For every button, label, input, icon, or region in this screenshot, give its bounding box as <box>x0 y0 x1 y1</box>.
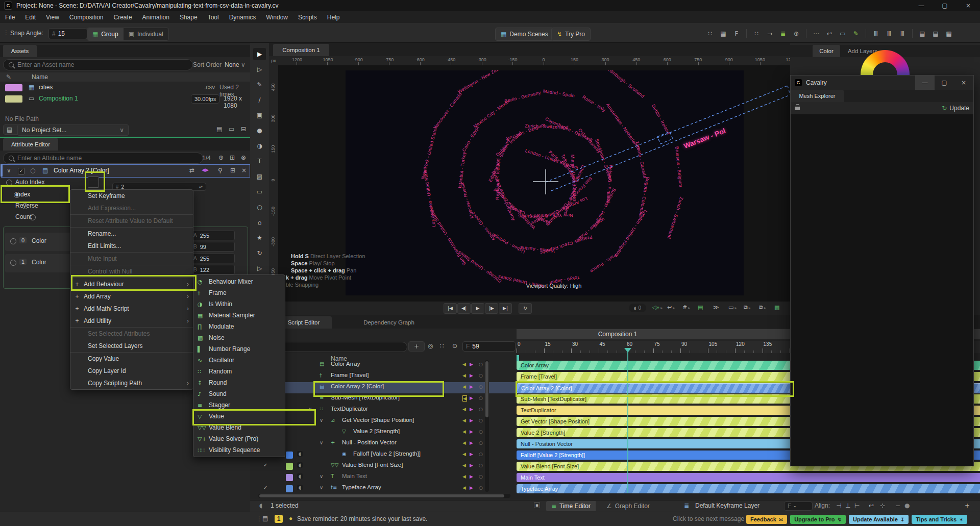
tab-assets[interactable]: Assets <box>3 45 37 57</box>
in-out-icon[interactable]: ◀▶ <box>202 167 209 172</box>
layer-swatch[interactable] <box>286 452 293 459</box>
viewport-tab-composition[interactable]: Composition 1 <box>273 44 329 56</box>
keyframe-next-toggle[interactable]: ▶ <box>470 474 473 479</box>
menu-file[interactable]: File <box>0 14 20 21</box>
clip-toggle-icon[interactable]: ◖ <box>297 485 303 490</box>
menu-item-copy-scripting-path[interactable]: Copy Scripting Path› <box>70 377 193 389</box>
submenu-item-material-sampler[interactable]: ▦Material Sampler <box>193 310 285 321</box>
stack-icon[interactable]: ⧉▸ <box>744 304 751 311</box>
monitor-icon[interactable]: ▭▸ <box>728 304 737 311</box>
menu-item-set-selected-layers[interactable]: Set Selected Layers <box>70 340 193 352</box>
next-message-link[interactable]: Click to see next message <box>673 515 744 522</box>
status-chip-tips-and-tricks[interactable]: Tips and Tricks✶ <box>912 515 967 524</box>
demo-scenes-button[interactable]: ▦ Demo Scenes <box>495 28 554 41</box>
matrix-icon[interactable]: ∷ <box>750 30 763 37</box>
panel-splitter[interactable] <box>0 137 250 138</box>
keyframe-prev-toggle[interactable]: ◀ <box>462 362 466 367</box>
keyframe-circle-toggle[interactable]: ○ <box>479 474 483 479</box>
menu-dynamics[interactable]: Dynamics <box>224 14 261 21</box>
menu-item-edit-limits-[interactable]: Edit Limits... <box>70 240 193 252</box>
tab-color[interactable]: Color <box>813 45 840 57</box>
group-toggle[interactable]: ▦ Group <box>87 28 124 40</box>
ellipsis-icon[interactable]: ⋯ <box>810 30 823 37</box>
submenu-item-number-range[interactable]: ▌Number Range <box>193 343 285 355</box>
layer-swatch[interactable] <box>286 485 293 492</box>
bars-icon[interactable]: Ⅲ <box>896 30 909 37</box>
expand-arrow-icon[interactable]: ∨ <box>320 440 323 445</box>
layer-name[interactable]: Falloff [Value 2 [Strength]] <box>353 450 421 457</box>
rows-icon[interactable]: ▤ <box>929 30 942 37</box>
menu-item-add-array[interactable]: +Add Array› <box>70 290 193 303</box>
layers-icon[interactable]: ▤ <box>698 304 703 311</box>
keyframe-prev-toggle[interactable]: ◀ <box>462 429 466 434</box>
menu-scripts[interactable]: Scripts <box>293 14 322 21</box>
clip-toggle-icon[interactable]: ◖ <box>297 473 303 479</box>
asset-search-input[interactable]: Enter an Asset name <box>3 59 193 70</box>
asset-row-composition[interactable]: ▭ Composition 1 30.00fps 1920 x 1080 <box>0 94 250 104</box>
pen-tool[interactable]: ✎ <box>253 79 266 91</box>
speaker-icon[interactable]: ◁»▸ <box>652 304 663 311</box>
layer-swatch[interactable] <box>286 463 293 470</box>
expand-arrow-icon[interactable]: ∨ <box>320 473 323 479</box>
color-component-field[interactable]: A255 <box>187 231 235 240</box>
mask-tool[interactable]: ◑ <box>253 140 266 152</box>
magnet-icon[interactable]: ⊹ <box>880 502 885 509</box>
submenu-item-value[interactable]: ▽Value <box>193 411 285 422</box>
next-frame-button[interactable]: |▶ <box>485 303 498 314</box>
menu-item-copy-layer-id[interactable]: Copy Layer Id <box>70 365 193 377</box>
layer-name[interactable]: Typeface Array <box>342 484 381 490</box>
keyframe-prev-toggle[interactable]: ◀ <box>462 418 466 423</box>
monitor-icon[interactable]: ▭ <box>229 126 234 133</box>
close-button[interactable]: × <box>957 2 980 9</box>
keyframe-circle-toggle[interactable]: ○ <box>479 418 483 423</box>
copy-icon[interactable]: ⧉▸ <box>759 304 766 311</box>
loop-button[interactable]: ↻ <box>519 303 532 314</box>
solo-radio[interactable]: ○ <box>30 167 35 174</box>
trash-icon[interactable]: ⊟ <box>241 126 246 133</box>
skip-icon[interactable]: ≫ <box>713 304 719 311</box>
layer-name[interactable]: Main Text <box>342 473 367 479</box>
menu-item-set-keyframe[interactable]: Set Keyframe <box>70 190 193 202</box>
viewport-canvas[interactable]: London - United KingdomParis - FranceTok… <box>278 65 790 301</box>
eyedropper-icon[interactable]: ✎ <box>6 73 11 81</box>
text-tool[interactable]: T <box>253 155 266 167</box>
menu-shape[interactable]: Shape <box>175 14 203 21</box>
submenu-item-value-blend[interactable]: ▽▽Value Blend <box>193 422 285 433</box>
grid2-icon[interactable]: ▦ <box>942 30 955 37</box>
submenu-item-noise[interactable]: ▩Noise <box>193 332 285 343</box>
zoom-attr-icon[interactable]: ⊕ <box>218 154 224 161</box>
submenu-item-sound[interactable]: ♪Sound <box>193 388 285 399</box>
keyframe-circle-toggle[interactable]: ○ <box>479 384 483 389</box>
grid-attr-icon[interactable]: ⊞ <box>230 154 235 161</box>
menu-view[interactable]: View <box>41 14 64 21</box>
layer-name[interactable]: Null - Position Vector <box>342 439 397 445</box>
keyframe-next-toggle[interactable]: ▶ <box>470 384 473 389</box>
submenu-item-value-solver-pro-[interactable]: ▽+Value Solver (Pro) <box>193 433 285 444</box>
keyframe-circle-toggle[interactable]: ○ <box>479 395 483 400</box>
asset-swatch[interactable] <box>5 84 22 91</box>
bars-icon[interactable]: Ⅲ <box>883 30 896 37</box>
layer-name[interactable]: Get Vector [Shape Position] <box>342 417 414 423</box>
color-component-field[interactable]: A255 <box>187 254 235 263</box>
align-right-icon[interactable]: ⊢ <box>854 502 860 509</box>
graph-editor-tab[interactable]: ∠ Graph Editor <box>601 501 655 511</box>
expand-arrow-icon[interactable]: ∨ <box>320 417 323 423</box>
keyframe-next-toggle[interactable]: ▶ <box>470 418 473 423</box>
menu-window[interactable]: Window <box>261 14 293 21</box>
layer-name[interactable]: Sub-Mesh [TextDuplicator] <box>331 394 400 400</box>
close-attr-icon[interactable]: × <box>241 167 247 174</box>
keyframe-circle-toggle[interactable]: ○ <box>479 373 483 378</box>
checker-icon[interactable]: ▩ <box>774 304 779 311</box>
message-count-badge[interactable]: 1 <box>275 515 283 523</box>
tab-attribute-editor[interactable]: Attribute Editor <box>3 138 58 151</box>
color-component-field[interactable]: B122 <box>187 265 235 274</box>
layer-name[interactable]: TextDuplicator <box>331 406 368 412</box>
grid-plus-icon[interactable]: ⊞ <box>230 167 235 174</box>
knife-tool[interactable]: ∕ <box>253 94 266 106</box>
floating-window-cavalry[interactable]: C Cavalry — ▢ × Mesh Explorer ↻ Update <box>790 75 974 466</box>
snap-angle-field[interactable]: # 15 <box>48 28 87 39</box>
submenu-item-is-within[interactable]: ◑Is Within <box>193 298 285 310</box>
keyframe-prev-toggle[interactable]: ◀ <box>462 440 466 445</box>
align-center-icon[interactable]: ⊥ <box>845 502 850 509</box>
lock-icon[interactable] <box>795 107 800 110</box>
